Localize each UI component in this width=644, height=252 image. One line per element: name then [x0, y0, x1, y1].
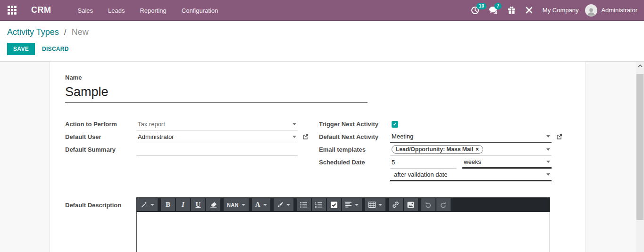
- ordered-list-button[interactable]: [312, 198, 326, 211]
- font-color-letter: A: [255, 201, 260, 209]
- table-dropdown-button[interactable]: [365, 198, 385, 211]
- editor-toolbar: B I U NAN: [136, 197, 550, 212]
- link-icon: [392, 201, 399, 208]
- scroll-up-arrow-icon[interactable]: [636, 62, 644, 70]
- rich-text-editor: B I U NAN: [136, 197, 550, 252]
- align-dropdown-button[interactable]: [342, 198, 362, 211]
- chevron-down-icon: [242, 204, 245, 206]
- underline-button[interactable]: U: [191, 198, 205, 211]
- action-to-perform-label: Action to Perform: [65, 121, 136, 128]
- scheduled-date-number-input[interactable]: [392, 156, 455, 168]
- unordered-list-button[interactable]: [297, 198, 311, 211]
- save-button[interactable]: SAVE: [7, 43, 35, 55]
- scheduled-date-fields: weeks: [390, 156, 552, 169]
- gift-button[interactable]: [503, 0, 520, 20]
- link-button[interactable]: [389, 198, 403, 211]
- menu-reporting[interactable]: Reporting: [132, 0, 174, 20]
- chevron-down-icon: [263, 204, 267, 206]
- style-dropdown-button[interactable]: [137, 198, 158, 211]
- description-editable-area[interactable]: [136, 212, 550, 252]
- activities-button[interactable]: 10: [466, 0, 484, 20]
- default-next-activity-select[interactable]: Meeting: [390, 130, 552, 143]
- default-user-value: Administrator: [138, 133, 174, 140]
- checklist-icon: [331, 202, 337, 208]
- form-sheet: Name Action to Perform Tax report Defaul…: [50, 61, 586, 252]
- apps-menu-button[interactable]: [7, 5, 17, 16]
- content-area: Name Action to Perform Tax report Defaul…: [0, 61, 644, 252]
- messages-count-badge: 7: [494, 3, 502, 9]
- email-templates-row: Email templates Lead/Opportunity: Mass M…: [319, 143, 564, 156]
- chevron-down-icon: [546, 161, 550, 163]
- email-templates-field[interactable]: Lead/Opportunity: Mass Mail ×: [390, 143, 552, 156]
- left-column: Action to Perform Tax report Default Use…: [65, 118, 312, 181]
- chevron-down-icon: [546, 135, 550, 138]
- scrollbar-thumb[interactable]: [636, 74, 644, 220]
- tools-button[interactable]: [520, 0, 538, 20]
- image-button[interactable]: [404, 198, 418, 211]
- email-templates-label: Email templates: [319, 146, 390, 153]
- navbar-right: 10 7 My Company: [466, 0, 644, 20]
- menu-configuration[interactable]: Configuration: [174, 0, 226, 20]
- table-icon: [368, 202, 376, 208]
- discard-button[interactable]: DISCARD: [42, 46, 69, 52]
- default-summary-input[interactable]: [138, 143, 296, 155]
- chevron-down-icon: [546, 148, 550, 151]
- italic-button[interactable]: I: [176, 198, 190, 211]
- crm-activity-type-form-page: CRM Sales Leads Reporting Configuration …: [0, 0, 644, 252]
- right-column: Trigger Next Activity ✓ Default Next Act…: [319, 118, 564, 181]
- app-brand[interactable]: CRM: [31, 5, 51, 15]
- vertical-scrollbar[interactable]: [636, 62, 644, 252]
- name-input[interactable]: [65, 85, 368, 103]
- bold-button[interactable]: B: [161, 198, 175, 211]
- default-summary-row: Default Summary: [65, 143, 312, 156]
- eraser-button[interactable]: [206, 198, 220, 211]
- chevron-down-icon: [546, 173, 550, 176]
- checklist-button[interactable]: [327, 198, 341, 211]
- default-next-activity-label: Default Next Activity: [319, 133, 390, 140]
- trigger-next-activity-checkbox[interactable]: ✓: [392, 121, 398, 128]
- font-color-dropdown-button[interactable]: A: [252, 198, 270, 211]
- external-link-icon[interactable]: [556, 134, 562, 140]
- image-icon: [407, 202, 414, 208]
- delay-from-select[interactable]: after validation date: [390, 169, 552, 181]
- default-next-activity-value: Meeting: [392, 133, 413, 140]
- ordered-list-icon: [315, 202, 322, 208]
- scheduled-date-unit-select[interactable]: weeks: [462, 156, 552, 169]
- top-navbar: CRM Sales Leads Reporting Configuration …: [0, 0, 644, 21]
- name-label: Name: [65, 74, 585, 81]
- remove-tag-icon[interactable]: ×: [476, 146, 479, 152]
- control-panel-buttons: SAVE DISCARD: [7, 43, 644, 55]
- menu-leads[interactable]: Leads: [100, 0, 132, 20]
- highlight-dropdown-button[interactable]: [274, 198, 293, 211]
- menu-sales[interactable]: Sales: [70, 0, 101, 20]
- undo-button[interactable]: [421, 198, 435, 211]
- field-columns: Action to Perform Tax report Default Use…: [65, 118, 585, 181]
- user-menu[interactable]: Administrator: [585, 4, 637, 16]
- tools-icon: [525, 6, 533, 14]
- breadcrumb-activity-types[interactable]: Activity Types: [7, 27, 59, 37]
- default-user-row: Default User Administrator: [65, 130, 312, 143]
- email-template-tag[interactable]: Lead/Opportunity: Mass Mail ×: [392, 145, 483, 154]
- external-link-icon[interactable]: [302, 134, 309, 140]
- scheduled-date-unit-value: weeks: [464, 158, 481, 165]
- delay-from-value: after validation date: [394, 171, 447, 178]
- font-size-dropdown-button[interactable]: NAN: [224, 198, 249, 211]
- breadcrumb-current: New: [72, 27, 89, 37]
- breadcrumb: Activity Types / New: [7, 27, 644, 37]
- default-user-select[interactable]: Administrator: [136, 130, 298, 143]
- delay-from-row: after validation date: [319, 169, 564, 181]
- default-next-activity-row: Default Next Activity Meeting: [319, 130, 564, 143]
- action-to-perform-select[interactable]: Tax report: [136, 118, 298, 130]
- default-summary-label: Default Summary: [65, 146, 136, 153]
- navbar-left: CRM Sales Leads Reporting Configuration: [0, 0, 226, 20]
- redo-button[interactable]: [436, 198, 451, 211]
- trigger-next-activity-wrap: ✓: [390, 118, 552, 130]
- chevron-down-icon: [286, 204, 290, 206]
- messages-button[interactable]: 7: [484, 0, 503, 20]
- default-summary-input-wrap: [136, 143, 298, 156]
- default-description-label: Default Description: [65, 197, 136, 252]
- redo-icon: [440, 202, 447, 208]
- company-switcher[interactable]: My Company: [543, 7, 579, 14]
- scheduled-date-label: Scheduled Date: [319, 159, 390, 166]
- chevron-down-icon: [151, 204, 154, 206]
